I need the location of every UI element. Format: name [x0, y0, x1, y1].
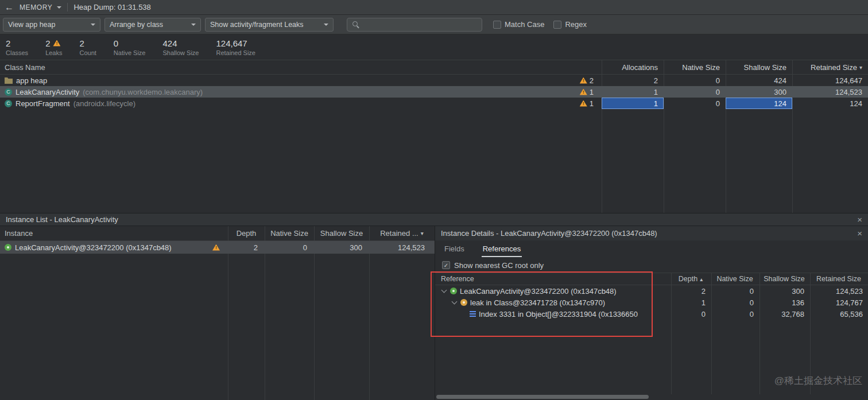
- cell-allocations: 2: [602, 75, 664, 86]
- match-case-checkbox[interactable]: Match Case: [493, 20, 544, 29]
- cell-retained-size: 124,523: [809, 287, 868, 296]
- stat-classes: 2 Classes: [6, 38, 28, 56]
- cell-native-size: 0: [265, 243, 314, 252]
- column-header-class-name[interactable]: Class Name: [0, 63, 602, 72]
- bottom-section: Instance List - LeakCanaryActivity × Ins…: [0, 213, 868, 400]
- search-options: Match Case Regex: [493, 20, 587, 29]
- memory-profiler-window: ← MEMORY Heap Dump: 01:31.538 View app h…: [0, 0, 868, 400]
- references-table-header: Reference Depth ▴ Native Size Shallow Si…: [435, 273, 868, 285]
- heap-dump-label: Heap Dump: 01:31.538: [73, 3, 150, 11]
- close-icon[interactable]: ×: [857, 229, 862, 238]
- instance-icon: [450, 288, 457, 294]
- search-input[interactable]: [363, 20, 477, 29]
- instance-list-panel: Instance Depth Native Size Shallow Size …: [0, 226, 435, 400]
- column-header-allocations[interactable]: Allocations: [602, 60, 664, 74]
- chevron-down-icon: [191, 24, 196, 26]
- reference-row[interactable]: LeakCanaryActivity@323472200 (0x1347cb48…: [435, 285, 868, 297]
- watermark: @稀土掘金技术社区: [774, 374, 862, 387]
- cell-native-size: 0: [664, 75, 726, 86]
- column-header-shallow-size[interactable]: Shallow Size: [759, 275, 809, 283]
- cell-retained-size: 124,767: [809, 298, 868, 307]
- warning-icon: !: [580, 89, 587, 95]
- class-table-header: Class Name Allocations Native Size Shall…: [0, 60, 868, 75]
- stat-native-size: 0 Native Size: [114, 38, 146, 56]
- instance-list-table-header: Instance Depth Native Size Shallow Size …: [0, 226, 435, 241]
- column-header-native-size[interactable]: Native Size: [265, 229, 314, 238]
- toolbar: View app heap Arrange by class Show acti…: [0, 15, 868, 34]
- cell-native-size: 0: [664, 86, 726, 98]
- column-header-shallow-size[interactable]: Shallow Size: [726, 60, 792, 74]
- column-header-depth[interactable]: Depth: [228, 229, 265, 238]
- cell-shallow-size: 300: [314, 243, 369, 252]
- stat-leaks[interactable]: 2! Leaks: [45, 38, 62, 56]
- table-row-leakcanaryactivity[interactable]: C LeakCanaryActivity (com.chunyu.workdem…: [0, 86, 868, 98]
- cell-allocations-highlighted[interactable]: 1: [602, 98, 664, 109]
- chevron-down-icon[interactable]: [452, 299, 458, 305]
- checkbox-icon: [553, 21, 561, 29]
- checkbox-icon: [493, 21, 501, 29]
- column-header-retained-size[interactable]: Retained Size: [809, 275, 868, 283]
- leaks-filter-select[interactable]: Show activity/fragment Leaks: [205, 18, 334, 32]
- horizontal-scrollbar[interactable]: [436, 395, 649, 399]
- instance-list-title: Instance List - LeakCanaryActivity: [6, 215, 118, 224]
- top-bar: ← MEMORY Heap Dump: 01:31.538: [0, 0, 868, 15]
- table-row-reportfragment[interactable]: C ReportFragment (androidx.lifecycle) ! …: [0, 98, 868, 109]
- cell-retained-size: 124,523: [792, 86, 868, 98]
- instance-icon: [5, 244, 11, 251]
- table-row-app-heap[interactable]: app heap ! 2 2 0 424 124,647: [0, 75, 868, 86]
- sort-desc-icon: ▾: [859, 64, 862, 71]
- cell-shallow-size: 136: [759, 298, 809, 307]
- column-header-depth[interactable]: Depth ▴: [671, 275, 711, 283]
- instance-details-header: Instance Details - LeakCanaryActivity@32…: [435, 226, 868, 240]
- cell-retained-size: 124,647: [792, 75, 868, 86]
- sort-desc-icon: ▾: [421, 230, 424, 236]
- warning-icon: !: [212, 244, 220, 251]
- reference-row[interactable]: Index 3331 in Object[]@322331904 (0x1336…: [435, 308, 868, 320]
- chevron-down-icon[interactable]: [441, 288, 447, 293]
- cell-shallow-size-highlighted[interactable]: 124: [726, 98, 792, 109]
- heap-select[interactable]: View app heap: [3, 18, 100, 32]
- instance-list-header: Instance List - LeakCanaryActivity ×: [0, 213, 868, 226]
- column-header-shallow-size[interactable]: Shallow Size: [314, 229, 369, 238]
- cell-depth: 2: [671, 287, 711, 296]
- column-header-native-size[interactable]: Native Size: [664, 60, 726, 74]
- column-header-instance[interactable]: Instance: [0, 229, 228, 238]
- cell-retained-size: 124: [792, 98, 868, 109]
- cell-retained-size: 124,523: [369, 243, 435, 252]
- chevron-down-icon: [324, 24, 328, 26]
- close-icon[interactable]: ×: [857, 215, 862, 224]
- back-icon[interactable]: ←: [5, 3, 14, 12]
- stat-retained-size: 124,647 Retained Size: [216, 38, 255, 56]
- cell-shallow-size: 424: [726, 75, 792, 86]
- cell-depth: 2: [228, 243, 265, 252]
- column-header-native-size[interactable]: Native Size: [711, 275, 759, 283]
- array-icon: [470, 311, 476, 317]
- class-icon: C: [5, 100, 12, 107]
- column-header-retained-size[interactable]: Retained Size ▾: [792, 60, 868, 74]
- sort-asc-icon: ▴: [700, 276, 703, 282]
- instance-details-title: Instance Details - LeakCanaryActivity@32…: [441, 229, 657, 238]
- gc-root-checkbox[interactable]: ✓ Show nearest GC root only: [435, 258, 868, 273]
- divider: [67, 3, 68, 11]
- tab-references[interactable]: References: [482, 242, 522, 258]
- regex-checkbox[interactable]: Regex: [553, 20, 587, 29]
- warning-icon: !: [53, 40, 60, 46]
- instance-row[interactable]: LeakCanaryActivity@323472200 (0x1347cb48…: [0, 241, 435, 254]
- cell-depth: 0: [671, 310, 711, 319]
- cell-native-size: 0: [711, 298, 759, 307]
- reference-row[interactable]: leak in Class@323471728 (0x1347c970) 1 0…: [435, 297, 868, 308]
- warning-icon: !: [580, 77, 587, 84]
- arrange-select[interactable]: Arrange by class: [104, 18, 201, 32]
- column-header-retained[interactable]: Retained ... ▾: [369, 229, 435, 238]
- folder-icon: [5, 77, 13, 84]
- details-tabs: Fields References: [435, 240, 868, 258]
- tab-fields[interactable]: Fields: [443, 242, 466, 258]
- memory-dropdown[interactable]: MEMORY: [20, 3, 61, 11]
- cell-shallow-size: 300: [759, 287, 809, 296]
- leak-badge: ! 1: [580, 99, 594, 108]
- search-box[interactable]: [347, 18, 482, 32]
- class-table: Class Name Allocations Native Size Shall…: [0, 60, 868, 213]
- cell-native-size: 0: [664, 98, 726, 109]
- leak-instance-icon: [460, 299, 467, 306]
- column-header-reference[interactable]: Reference: [435, 275, 671, 283]
